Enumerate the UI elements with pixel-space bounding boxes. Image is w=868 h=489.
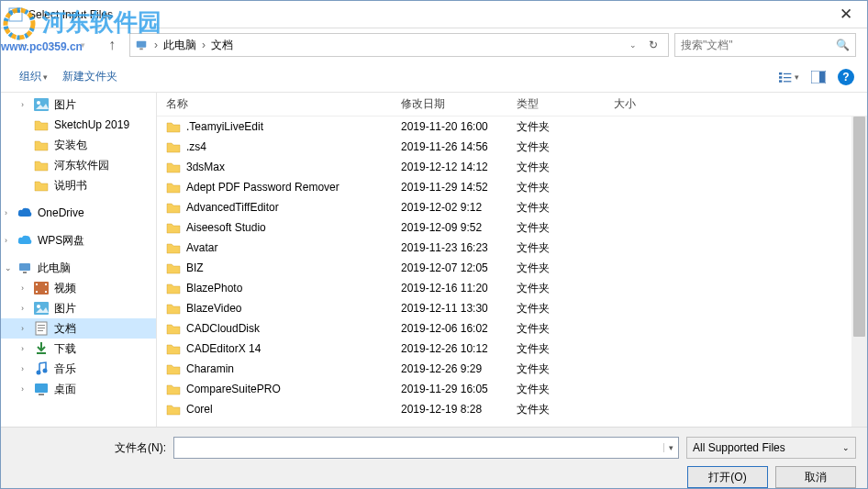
folder-icon — [34, 178, 49, 193]
download-icon — [34, 341, 49, 356]
col-header-date[interactable]: 修改日期 — [392, 96, 507, 112]
breadcrumb[interactable]: › 此电脑 › 文档 ⌄ ↻ — [129, 33, 669, 57]
svg-rect-21 — [45, 283, 47, 285]
search-icon[interactable]: 🔍 — [836, 39, 850, 51]
folder-icon — [34, 158, 49, 172]
scrollbar-thumb[interactable] — [853, 117, 865, 337]
chevron-right-icon: › — [21, 304, 24, 313]
filename-history-button[interactable]: ▾ — [663, 443, 678, 452]
tree-item-sketchup[interactable]: SketchUp 2019 — [1, 115, 156, 135]
organize-button[interactable]: 组织▾ — [14, 65, 53, 88]
file-type: 文件夹 — [507, 119, 605, 135]
help-icon: ? — [842, 71, 849, 83]
cancel-button[interactable]: 取消 — [775, 466, 856, 488]
tree-item-docs[interactable]: ›文档 — [1, 318, 156, 339]
file-name: Corel — [186, 403, 213, 416]
tree-item-onedrive[interactable]: ›OneDrive — [1, 203, 156, 223]
table-row[interactable]: Charamin2019-12-26 9:29文件夹 — [157, 359, 867, 379]
svg-rect-6 — [779, 72, 782, 75]
table-row[interactable]: Adept PDF Password Remover2019-11-29 14:… — [157, 177, 867, 197]
tree-item-hd[interactable]: 河东软件园 — [1, 155, 156, 175]
tree-item-wps[interactable]: ›WPS网盘 — [1, 230, 156, 250]
breadcrumb-seg-thispc[interactable]: 此电脑 — [163, 38, 196, 53]
file-name: Adept PDF Password Remover — [186, 181, 339, 194]
footer: 文件名(N): ▾ All Supported Files ⌄ 打开(O) 取消 — [1, 427, 867, 489]
filename-input[interactable] — [174, 441, 663, 454]
table-row[interactable]: BlazeVideo2019-12-11 13:30文件夹 — [157, 298, 867, 318]
tree-item-video[interactable]: ›视频 — [1, 278, 156, 298]
file-date: 2019-12-09 9:52 — [392, 221, 507, 234]
table-row[interactable]: 3dsMax2019-12-12 14:12文件夹 — [157, 157, 867, 177]
svg-point-30 — [37, 371, 41, 375]
col-header-name[interactable]: 名称 — [157, 96, 392, 112]
file-date: 2019-11-23 16:23 — [392, 241, 507, 254]
folder-icon — [166, 261, 181, 275]
file-date: 2019-11-20 16:00 — [392, 120, 507, 133]
preview-pane-icon — [811, 71, 826, 83]
vertical-scrollbar[interactable] — [851, 117, 867, 427]
refresh-icon: ↻ — [649, 39, 658, 51]
table-row[interactable]: CompareSuitePRO2019-11-29 16:05文件夹 — [157, 379, 867, 399]
tree-item-pictures-2[interactable]: ›图片 — [1, 298, 156, 318]
filename-field[interactable]: ▾ — [173, 437, 679, 459]
refresh-button[interactable]: ↻ — [642, 39, 664, 51]
table-row[interactable]: .zs42019-11-26 14:56文件夹 — [157, 137, 867, 157]
table-row[interactable]: AdvancedTiffEditor2019-12-02 9:12文件夹 — [157, 197, 867, 217]
chevron-down-icon: ⌄ — [842, 443, 850, 452]
table-row[interactable]: Corel2019-12-19 8:28文件夹 — [157, 399, 867, 419]
filename-label: 文件名(N): — [1, 440, 166, 456]
tree-item-thispc[interactable]: ⌄此电脑 — [1, 258, 156, 278]
table-row[interactable]: Aiseesoft Studio2019-12-09 9:52文件夹 — [157, 217, 867, 238]
file-date: 2019-12-26 10:12 — [392, 342, 507, 355]
col-header-size[interactable]: 大小 — [605, 96, 678, 112]
preview-pane-button[interactable] — [808, 67, 829, 87]
new-folder-button[interactable]: 新建文件夹 — [57, 65, 123, 88]
table-row[interactable]: CADEditorX 142019-12-26 10:12文件夹 — [157, 339, 867, 359]
table-row[interactable]: BlazePhoto2019-12-16 11:20文件夹 — [157, 278, 867, 298]
svg-rect-19 — [36, 283, 38, 285]
col-header-type[interactable]: 类型 — [507, 96, 605, 112]
folder-icon — [166, 341, 181, 356]
folder-icon — [166, 382, 181, 396]
nav-back-button[interactable]: ← — [12, 33, 36, 57]
cloud-icon — [17, 206, 32, 220]
tree-item-readme[interactable]: 说明书 — [1, 175, 156, 195]
window-title: Select Input Files — [28, 8, 825, 21]
tree-item-package[interactable]: 安装包 — [1, 135, 156, 155]
search-box[interactable]: 🔍 — [674, 33, 856, 57]
chevron-right-icon: › — [21, 344, 24, 353]
file-name: Aiseesoft Studio — [186, 221, 266, 234]
tree-item-desktop[interactable]: ›桌面 — [1, 379, 156, 399]
nav-forward-button[interactable]: → — [41, 33, 65, 57]
tree-item-downloads[interactable]: ›下载 — [1, 339, 156, 359]
chevron-down-icon: ▾ — [669, 443, 673, 452]
view-options-button[interactable]: ▾ — [779, 67, 799, 87]
file-name: AdvancedTiffEditor — [186, 201, 279, 214]
table-row[interactable]: CADCloudDisk2019-12-06 16:02文件夹 — [157, 318, 867, 339]
svg-rect-17 — [23, 272, 27, 273]
nav-recent-button[interactable]: ▾ — [71, 33, 95, 57]
table-row[interactable]: BIZ2019-12-07 12:05文件夹 — [157, 258, 867, 278]
svg-rect-4 — [137, 41, 147, 48]
file-type: 文件夹 — [507, 301, 605, 317]
breadcrumb-seg-docs[interactable]: 文档 — [211, 38, 233, 53]
search-input[interactable] — [681, 39, 832, 51]
svg-point-24 — [37, 305, 40, 308]
table-row[interactable]: .TeamyiLiveEdit2019-11-20 16:00文件夹 — [157, 117, 867, 137]
file-name: Charamin — [186, 362, 234, 375]
svg-rect-13 — [819, 72, 825, 83]
video-icon — [34, 281, 49, 295]
svg-rect-16 — [19, 263, 30, 271]
nav-tree[interactable]: ›图片 SketchUp 2019 安装包 河东软件园 说明书 ›OneDriv… — [1, 93, 157, 427]
nav-up-button[interactable]: ↑ — [100, 33, 124, 57]
close-button[interactable]: ✕ — [825, 1, 867, 28]
chevron-down-icon[interactable]: ⌄ — [626, 40, 640, 50]
file-list[interactable]: 名称 修改日期 类型 大小 .TeamyiLiveEdit2019-11-20 … — [157, 93, 867, 427]
table-row[interactable]: Avatar2019-11-23 16:23文件夹 — [157, 238, 867, 258]
help-button[interactable]: ? — [838, 69, 854, 85]
tree-item-music[interactable]: ›音乐 — [1, 359, 156, 379]
file-type-filter[interactable]: All Supported Files ⌄ — [686, 437, 856, 459]
toolbar: 组织▾ 新建文件夹 ▾ ? — [1, 61, 867, 93]
tree-item-pictures[interactable]: ›图片 — [1, 94, 156, 115]
open-button[interactable]: 打开(O) — [687, 466, 768, 488]
